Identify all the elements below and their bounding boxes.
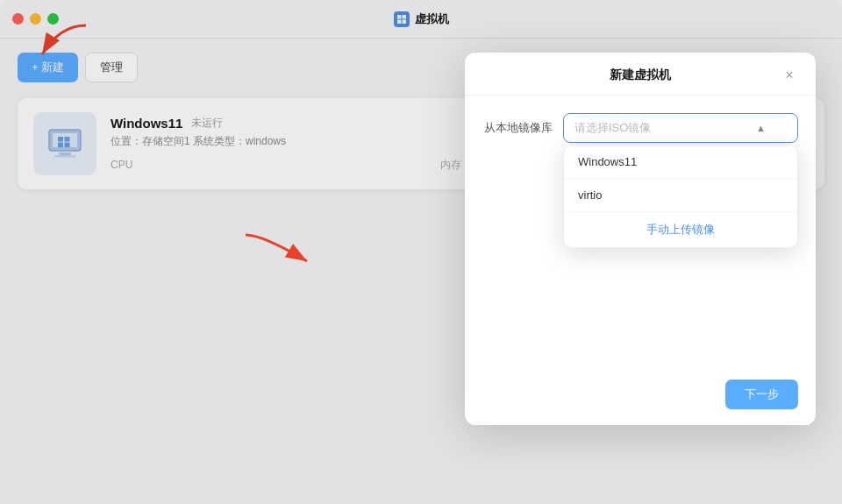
upload-link[interactable]: 手动上传镜像 bbox=[564, 212, 797, 247]
new-vm-dialog: 新建虚拟机 × 从本地镜像库 请选择ISO镜像 ▲ Windows11 bbox=[465, 53, 816, 425]
dropdown-item-windows11[interactable]: Windows11 bbox=[564, 146, 797, 179]
iso-label: 从本地镜像库 bbox=[482, 113, 553, 136]
next-button[interactable]: 下一步 bbox=[725, 380, 798, 409]
iso-select-wrapper: 请选择ISO镜像 ▲ Windows11 virtio 手动上传镜像 bbox=[563, 113, 798, 143]
iso-select-placeholder: 请选择ISO镜像 bbox=[574, 120, 651, 136]
iso-select-box[interactable]: 请选择ISO镜像 ▲ bbox=[563, 113, 798, 143]
modal-title: 新建虚拟机 bbox=[500, 67, 781, 83]
iso-select-row: 从本地镜像库 请选择ISO镜像 ▲ Windows11 virt bbox=[482, 113, 798, 143]
dropdown-item-virtio[interactable]: virtio bbox=[564, 179, 797, 212]
modal-body: 从本地镜像库 请选择ISO镜像 ▲ Windows11 virt bbox=[465, 96, 816, 143]
app-window: 虚拟机 + 新建 管理 bbox=[0, 0, 842, 504]
modal-header: 新建虚拟机 × bbox=[465, 53, 816, 96]
modal-close-button[interactable]: × bbox=[781, 67, 798, 84]
chevron-up-icon: ▲ bbox=[756, 123, 766, 133]
modal-backdrop: 新建虚拟机 × 从本地镜像库 请选择ISO镜像 ▲ Windows11 bbox=[0, 0, 842, 504]
iso-dropdown-menu: Windows11 virtio 手动上传镜像 bbox=[563, 145, 798, 248]
